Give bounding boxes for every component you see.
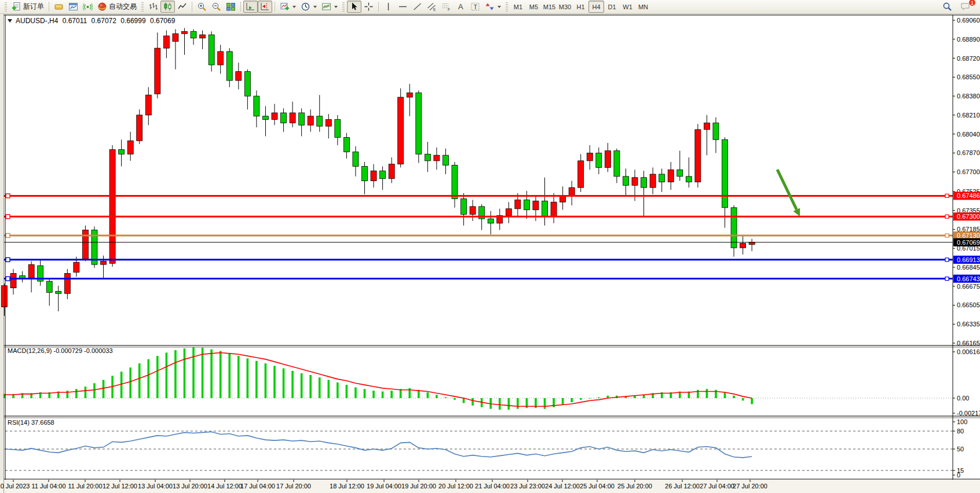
macd-histogram-bar (364, 389, 366, 398)
zoom-in-button[interactable] (195, 1, 209, 13)
chart-background (4, 15, 980, 480)
arrows-dropdown-button[interactable] (482, 1, 503, 13)
toolbar-grip[interactable] (141, 2, 144, 12)
add-indicator-icon (280, 2, 290, 12)
text-label-tool-button[interactable]: T (468, 1, 482, 13)
trendline-tool-button[interactable] (410, 1, 425, 13)
level-anchor-handle[interactable] (6, 257, 10, 262)
timeframe-w1-button[interactable]: W1 (620, 1, 635, 13)
toolbar-separator (240, 2, 241, 12)
time-label: 25 Jul 20:00 (617, 483, 652, 490)
horizontal-line-tool-button[interactable] (396, 1, 410, 13)
gold-box-icon (54, 2, 64, 12)
zoom-out-button[interactable] (209, 1, 224, 13)
templates-dropdown-button[interactable] (319, 1, 340, 13)
macd-histogram-bar (508, 398, 510, 410)
timeframe-mn-button[interactable]: MN (635, 1, 651, 13)
chart-shift-button[interactable] (258, 1, 272, 13)
macd-histogram-bar (588, 398, 591, 399)
macd-histogram-bar (400, 389, 402, 398)
macd-histogram-bar (354, 387, 357, 398)
level-anchor-handle[interactable] (6, 277, 10, 281)
macd-value: -0.000729 (53, 347, 82, 354)
candle-up (407, 93, 412, 97)
svg-text:0.66505: 0.66505 (957, 301, 980, 308)
candle-down (461, 198, 467, 214)
chart-canvas[interactable]: 0.690600.688900.687200.685500.683800.682… (0, 0, 980, 493)
toolbar-grip[interactable] (506, 2, 508, 12)
candle-up (74, 262, 79, 272)
macd-histogram-bar (283, 369, 285, 398)
auto-trading-label: 自动交易 (109, 2, 137, 12)
crosshair-tool-button[interactable] (361, 1, 376, 13)
clock-icon (301, 2, 310, 12)
svg-text:0.68720: 0.68720 (957, 55, 980, 62)
rsi-name: RSI(14) (8, 419, 30, 426)
candle-up (82, 230, 88, 259)
auto-scroll-button[interactable] (243, 1, 258, 13)
macd-histogram-bar (210, 349, 213, 398)
equidistant-channel-tool-button[interactable]: E (425, 1, 439, 13)
tile-windows-button[interactable] (224, 1, 238, 13)
cursor-icon (349, 2, 359, 12)
template-icon (321, 2, 331, 12)
search-button[interactable] (940, 1, 955, 13)
timeframe-m15-button[interactable]: M15 (542, 1, 557, 13)
candle-down (254, 96, 259, 116)
candlestick-icon (163, 2, 173, 12)
toolbar-grip[interactable] (5, 2, 7, 12)
candle-down (299, 113, 305, 125)
macd-histogram-bar (742, 398, 744, 400)
candle-up (290, 113, 295, 123)
time-label: 10 Jul 2023 (0, 483, 30, 490)
periods-dropdown-button[interactable] (298, 1, 319, 13)
market-watch-button[interactable] (52, 1, 66, 13)
line-chart-button[interactable] (175, 1, 189, 13)
level-anchor-handle[interactable] (6, 215, 10, 219)
pane-splitter[interactable] (4, 417, 980, 417)
chart-shift-icon (260, 2, 270, 12)
level-anchor-handle[interactable] (6, 194, 10, 198)
timeframe-h1-button[interactable]: H1 (573, 1, 588, 13)
candlestick-chart-button[interactable] (160, 1, 175, 13)
timeframe-h4-button[interactable]: H4 (588, 1, 604, 13)
macd-indicator-label: MACD(12,26,9) -0.000729 -0.000033 (8, 347, 113, 354)
candle-down (731, 208, 737, 248)
vertical-line-tool-button[interactable] (381, 1, 396, 13)
candle-down (244, 72, 250, 96)
candle-up (668, 170, 674, 182)
macd-histogram-bar (67, 391, 69, 398)
candle-up (200, 35, 206, 38)
svg-text:0.68210: 0.68210 (957, 112, 980, 119)
macd-histogram-bar (309, 375, 312, 398)
svg-text:80: 80 (957, 428, 964, 435)
fibonacci-tool-button[interactable]: F (439, 1, 454, 13)
level-anchor-handle[interactable] (6, 234, 10, 238)
text-tool-button[interactable]: A (454, 1, 468, 13)
collapse-chart-icon[interactable] (8, 19, 12, 23)
auto-trading-button[interactable]: 自动交易 (95, 1, 139, 13)
macd-histogram-bar (598, 398, 600, 398)
macd-histogram-bar (436, 395, 438, 398)
data-window-button[interactable] (66, 1, 81, 13)
candle-up (371, 171, 376, 181)
timeframe-m30-button[interactable]: M30 (557, 1, 573, 13)
search-icon (942, 2, 952, 12)
indicators-dropdown-button[interactable] (277, 1, 298, 13)
timeframe-m1-button[interactable]: M1 (510, 1, 526, 13)
notifications-button[interactable]: 1 (958, 1, 973, 13)
timeframe-m5-button[interactable]: M5 (526, 1, 542, 13)
time-label: 25 Jul 04:00 (580, 483, 615, 490)
candle-down (443, 155, 448, 165)
notification-badge: 1 (968, 0, 976, 6)
cursor-tool-button[interactable] (347, 1, 361, 13)
new-order-button[interactable]: 新订单 (9, 1, 46, 13)
timeframe-d1-button[interactable]: D1 (604, 1, 620, 13)
toolbar: 新订单 自动交易 (0, 0, 980, 14)
macd-histogram-bar (220, 351, 222, 398)
signals-button[interactable] (81, 1, 95, 13)
zoom-in-icon (197, 2, 207, 12)
toolbar-grip[interactable] (342, 2, 345, 12)
pane-splitter[interactable] (4, 346, 980, 347)
bar-chart-button[interactable] (146, 1, 160, 13)
